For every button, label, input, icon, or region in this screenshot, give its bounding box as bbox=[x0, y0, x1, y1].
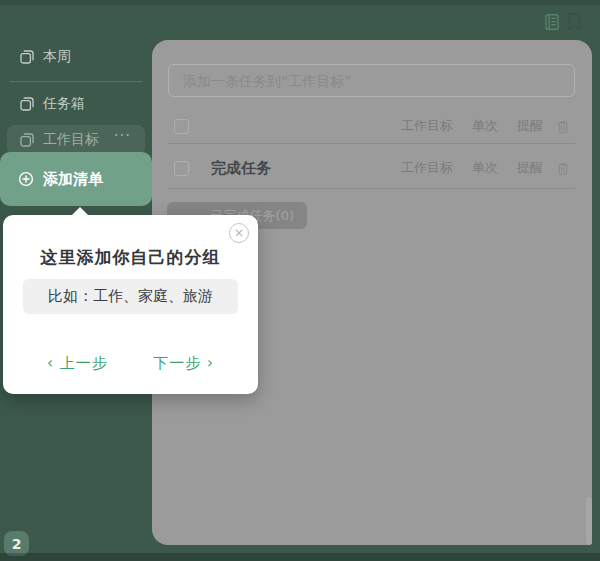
sidebar-item-label: 添加清单 bbox=[43, 170, 103, 189]
tutorial-tooltip: × 这里添加你自己的分组 比如：工作、家庭、旅游 ‹ 上一步 下一步 › bbox=[3, 215, 258, 394]
sidebar-item-label: 工作目标 bbox=[43, 131, 99, 149]
sidebar-item-label: 本周 bbox=[43, 48, 71, 66]
scrollbar-thumb[interactable] bbox=[586, 497, 592, 545]
sidebar-item-this-week[interactable]: 本周 bbox=[20, 48, 71, 66]
tooltip-example-box: 比如：工作、家庭、旅游 bbox=[23, 279, 238, 314]
list-stack-icon bbox=[20, 133, 34, 147]
plus-circle-icon bbox=[18, 171, 34, 187]
more-options-icon[interactable]: ··· bbox=[114, 127, 131, 145]
task-repeat-tag[interactable]: 单次 bbox=[472, 117, 498, 135]
prev-step-button[interactable]: ‹ 上一步 bbox=[47, 354, 108, 373]
task-reminder-tag[interactable]: 提醒 bbox=[517, 117, 543, 135]
task-reminder-tag[interactable]: 提醒 bbox=[517, 159, 543, 177]
sidebar-item-work-goals[interactable]: 工作目标 ··· bbox=[7, 125, 145, 155]
tooltip-title: 这里添加你自己的分组 bbox=[3, 246, 258, 269]
app-window: 本周 任务箱 工作目标 ··· 添加清单 bbox=[0, 0, 600, 561]
trash-icon[interactable] bbox=[556, 119, 570, 134]
sidebar-item-task-inbox[interactable]: 任务箱 bbox=[20, 95, 85, 113]
sidebar-divider bbox=[10, 81, 142, 82]
next-step-button[interactable]: 下一步 › bbox=[153, 354, 214, 373]
row-divider bbox=[168, 188, 575, 189]
task-repeat-tag[interactable]: 单次 bbox=[472, 159, 498, 177]
window-top-edge bbox=[0, 0, 600, 5]
list-stack-icon bbox=[20, 97, 34, 111]
add-task-input[interactable] bbox=[168, 64, 575, 97]
sidebar-item-label: 任务箱 bbox=[43, 95, 85, 113]
bookmark-icon[interactable] bbox=[566, 12, 583, 32]
list-stack-icon bbox=[20, 50, 34, 64]
task-checkbox[interactable] bbox=[174, 119, 189, 134]
tooltip-arrow bbox=[72, 207, 88, 215]
task-row[interactable]: 完成任务 工作目标 单次 提醒 bbox=[174, 152, 570, 184]
task-list-tag[interactable]: 工作目标 bbox=[401, 159, 453, 177]
task-row[interactable]: 工作目标 单次 提醒 bbox=[174, 110, 570, 142]
window-bottom-edge bbox=[0, 553, 600, 561]
journal-icon[interactable] bbox=[543, 13, 561, 31]
task-title: 完成任务 bbox=[211, 159, 382, 178]
row-divider bbox=[168, 143, 575, 144]
sidebar-item-add-list[interactable]: 添加清单 bbox=[0, 152, 152, 206]
task-checkbox[interactable] bbox=[174, 161, 189, 176]
task-list-tag[interactable]: 工作目标 bbox=[401, 117, 453, 135]
close-icon[interactable]: × bbox=[229, 223, 249, 243]
trash-icon[interactable] bbox=[556, 161, 570, 176]
